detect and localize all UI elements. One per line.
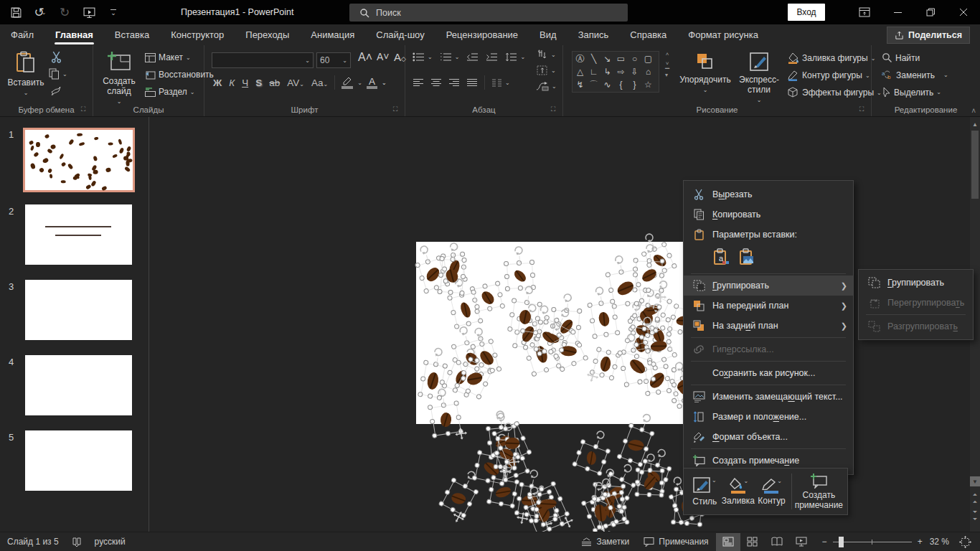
sizing-handle[interactable] <box>688 514 694 521</box>
sizing-handle[interactable] <box>674 486 679 492</box>
sizing-handle[interactable] <box>673 507 679 513</box>
signin-button[interactable]: Вход <box>788 4 825 21</box>
replace-button[interactable]: ab Заменить⌄ <box>882 70 948 80</box>
tab-главная[interactable]: Главная <box>44 24 104 45</box>
sizing-handle[interactable] <box>630 482 636 489</box>
sizing-handle[interactable] <box>602 491 608 497</box>
sizing-handle[interactable] <box>504 458 510 465</box>
bullets-icon[interactable]: ⌄ <box>413 52 433 62</box>
slide-thumbnail-2[interactable] <box>25 204 132 265</box>
sizing-handle[interactable] <box>524 468 530 474</box>
sizing-handle[interactable] <box>499 425 504 430</box>
sizing-handle[interactable] <box>471 475 477 481</box>
sizing-handle[interactable] <box>601 484 608 490</box>
character-spacing-button[interactable]: AV⌄ <box>284 77 307 88</box>
sizing-handle[interactable] <box>499 481 504 486</box>
shape-icon[interactable]: ↳ <box>600 65 614 78</box>
underline-button[interactable]: Ч <box>239 77 251 88</box>
restore-button[interactable] <box>914 0 947 24</box>
sizing-handle[interactable] <box>538 486 545 493</box>
rotation-handle-icon[interactable] <box>600 476 612 488</box>
sizing-handle[interactable] <box>611 491 617 497</box>
sizing-handle[interactable] <box>476 450 482 456</box>
sizing-handle[interactable] <box>451 477 457 484</box>
sizing-handle[interactable] <box>684 520 689 526</box>
align-text-icon[interactable]: ⌄ <box>537 65 556 76</box>
sizing-handle[interactable] <box>592 494 597 499</box>
selected-shape[interactable] <box>531 484 567 524</box>
selected-shape[interactable] <box>639 461 669 491</box>
shape-icon[interactable]: Ⓐ <box>573 52 587 65</box>
selected-shape[interactable] <box>575 442 608 474</box>
sizing-handle[interactable] <box>620 496 625 501</box>
rotation-handle-icon[interactable] <box>593 428 607 441</box>
sizing-handle[interactable] <box>528 517 534 524</box>
sizing-handle[interactable] <box>547 494 554 500</box>
notes-toggle[interactable]: Заметки <box>574 532 636 551</box>
decrease-indent-icon[interactable] <box>466 52 479 62</box>
sizing-handle[interactable] <box>552 516 558 522</box>
sizing-handle[interactable] <box>572 461 578 467</box>
sizing-handle[interactable] <box>618 476 625 483</box>
sizing-handle[interactable] <box>509 502 515 508</box>
sizing-handle[interactable] <box>505 437 510 442</box>
sizing-handle[interactable] <box>503 465 508 470</box>
numbering-icon[interactable]: ⌄ <box>440 52 460 62</box>
sizing-handle[interactable] <box>586 513 593 519</box>
sizing-handle[interactable] <box>501 453 507 459</box>
tab-переходы[interactable]: Переходы <box>235 24 300 45</box>
sizing-handle[interactable] <box>678 519 684 525</box>
paragraph-dialog-launcher-icon[interactable]: ⛶ <box>551 105 560 114</box>
sizing-handle[interactable] <box>593 512 600 519</box>
sizing-handle[interactable] <box>637 461 644 467</box>
sizing-handle[interactable] <box>635 480 641 486</box>
section-button[interactable]: Раздел⌄ <box>145 87 194 97</box>
sizing-handle[interactable] <box>546 489 552 496</box>
selected-shape[interactable] <box>620 426 652 465</box>
font-size-combo[interactable]: 60⌄ <box>316 52 351 68</box>
sizing-handle[interactable] <box>445 431 451 437</box>
tab-слайд-шоу[interactable]: Слайд-шоу <box>365 24 435 45</box>
rotation-handle-icon[interactable] <box>654 446 668 459</box>
undo-icon[interactable]: ↺⌄ <box>30 2 50 22</box>
sizing-handle[interactable] <box>597 470 603 476</box>
sizing-handle[interactable] <box>671 519 677 524</box>
sizing-handle[interactable] <box>580 500 587 507</box>
shape-icon[interactable]: ↯ <box>573 78 587 91</box>
sizing-handle[interactable] <box>666 466 673 472</box>
shape-icon[interactable]: ▭ <box>614 52 628 65</box>
sizing-handle[interactable] <box>622 438 628 444</box>
context-menu-item-save-as-picture[interactable]: Сохранить как рисунок... <box>684 363 853 383</box>
paste-keep-text-icon[interactable]: a <box>712 248 731 266</box>
sizing-handle[interactable] <box>513 452 518 457</box>
sizing-handle[interactable] <box>617 508 623 514</box>
sizing-handle[interactable] <box>534 507 540 513</box>
sizing-handle[interactable] <box>526 449 532 456</box>
sizing-handle[interactable] <box>593 481 598 486</box>
sizing-handle[interactable] <box>513 438 519 443</box>
rotation-handle-icon[interactable] <box>605 467 616 479</box>
sizing-handle[interactable] <box>622 504 628 509</box>
sizing-handle[interactable] <box>549 501 555 507</box>
sizing-handle[interactable] <box>534 513 540 519</box>
context-menu-item-format-object[interactable]: Формат объекта... <box>684 427 853 447</box>
sizing-handle[interactable] <box>532 518 539 524</box>
sizing-handle[interactable] <box>486 498 491 504</box>
sizing-handle[interactable] <box>486 426 491 432</box>
sizing-handle[interactable] <box>514 510 520 516</box>
sizing-handle[interactable] <box>487 441 493 446</box>
sizing-handle[interactable] <box>659 488 666 494</box>
sizing-handle[interactable] <box>473 489 479 495</box>
sizing-handle[interactable] <box>485 478 491 484</box>
selected-shape[interactable] <box>495 424 529 462</box>
rotation-handle-icon[interactable] <box>501 461 514 473</box>
change-case-button[interactable]: Аа⌄ <box>308 77 331 88</box>
sizing-handle[interactable] <box>613 518 619 524</box>
minimize-button[interactable] <box>881 0 914 24</box>
quick-styles-button[interactable]: Экспресс-стили⌄ <box>735 51 783 103</box>
sizing-handle[interactable] <box>659 481 664 486</box>
sizing-handle[interactable] <box>607 504 613 511</box>
selected-shape[interactable] <box>496 439 517 468</box>
sizing-handle[interactable] <box>589 499 595 506</box>
style-button[interactable]: ⌄ Стиль <box>688 471 722 512</box>
